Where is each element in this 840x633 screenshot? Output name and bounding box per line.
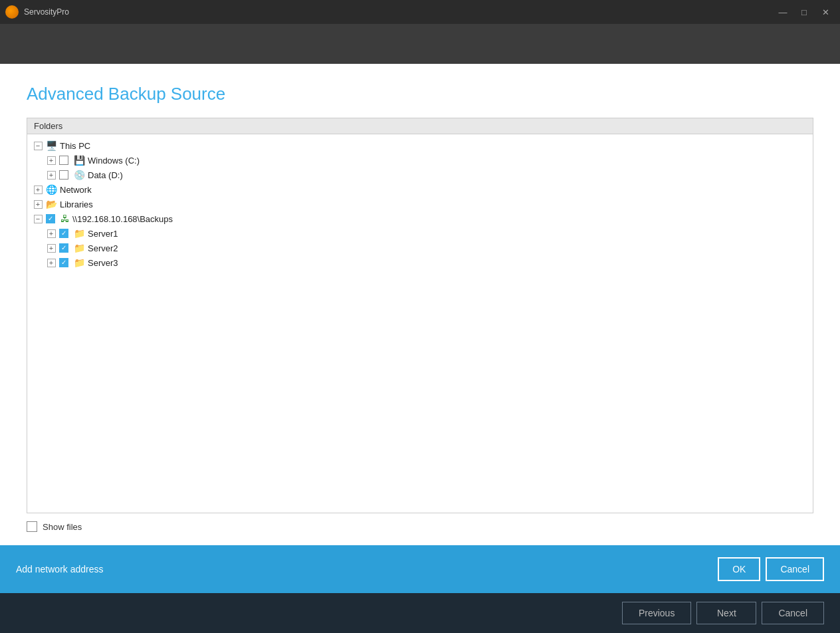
tree-item-server2[interactable]: 📁 Server2 bbox=[30, 241, 810, 255]
maximize-button[interactable]: □ bbox=[795, 5, 813, 19]
expander-server2[interactable] bbox=[46, 243, 56, 253]
label-data-d: Data (D:) bbox=[88, 170, 123, 180]
checkbox-server2[interactable] bbox=[59, 243, 68, 253]
expander-server3[interactable] bbox=[46, 257, 56, 268]
label-backups-share: \\192.168.10.168\Backups bbox=[72, 214, 173, 224]
tree-item-data-d[interactable]: 💿 Data (D:) bbox=[30, 168, 810, 182]
app-title: ServosityPro bbox=[24, 7, 69, 17]
expander-server1[interactable] bbox=[46, 228, 56, 239]
header-bar bbox=[0, 24, 840, 64]
icon-folder-server2: 📁 bbox=[74, 243, 85, 253]
expander-windows-c[interactable] bbox=[46, 155, 56, 166]
expander-backups-share[interactable] bbox=[33, 213, 43, 224]
app-icon bbox=[5, 5, 19, 19]
show-files-label: Show files bbox=[43, 522, 82, 532]
previous-button[interactable]: Previous bbox=[622, 602, 691, 624]
tree-item-backups-share[interactable]: 🖧 \\192.168.10.168\Backups bbox=[30, 211, 810, 226]
title-bar-left: ServosityPro bbox=[5, 5, 69, 19]
label-this-pc: This PC bbox=[60, 141, 90, 151]
tree-item-server1[interactable]: 📁 Server1 bbox=[30, 226, 810, 241]
bottom-bar: Previous Next Cancel bbox=[0, 593, 840, 633]
tree-item-server3[interactable]: 📁 Server3 bbox=[30, 255, 810, 270]
tree-item-this-pc[interactable]: 🖥️ This PC bbox=[30, 138, 810, 153]
checkbox-server3[interactable] bbox=[59, 258, 68, 267]
folder-panel: Folders 🖥️ This PC 💾 Windows (C:) 💿 Data bbox=[27, 118, 813, 513]
expander-libraries[interactable] bbox=[33, 199, 43, 209]
title-bar-controls: — □ ✕ bbox=[774, 5, 835, 19]
checkbox-data-d[interactable] bbox=[59, 170, 68, 180]
checkbox-windows-c[interactable] bbox=[59, 156, 68, 165]
bottom-cancel-button[interactable]: Cancel bbox=[762, 602, 824, 624]
minimize-button[interactable]: — bbox=[774, 5, 792, 19]
show-files-row: Show files bbox=[27, 521, 813, 532]
label-windows-c: Windows (C:) bbox=[88, 156, 140, 166]
action-bar-buttons: OK Cancel bbox=[718, 557, 824, 581]
icon-computer: 🖥️ bbox=[46, 140, 57, 151]
label-libraries: Libraries bbox=[60, 199, 93, 209]
checkbox-server1[interactable] bbox=[59, 229, 68, 238]
tree-container: 🖥️ This PC 💾 Windows (C:) 💿 Data (D:) bbox=[27, 134, 813, 274]
label-server3: Server3 bbox=[88, 258, 118, 268]
close-button[interactable]: ✕ bbox=[816, 5, 835, 19]
next-button[interactable]: Next bbox=[696, 602, 756, 624]
label-network: Network bbox=[60, 185, 92, 195]
action-bar: Add network address OK Cancel bbox=[0, 545, 840, 593]
action-cancel-button[interactable]: Cancel bbox=[766, 557, 824, 581]
main-content: Advanced Backup Source Folders 🖥️ This P… bbox=[0, 64, 840, 545]
folder-panel-header: Folders bbox=[27, 118, 813, 134]
icon-network-share: 🖧 bbox=[60, 213, 70, 224]
expander-data-d[interactable] bbox=[46, 170, 56, 180]
show-files-checkbox[interactable] bbox=[27, 521, 37, 532]
label-server1: Server1 bbox=[88, 229, 118, 239]
icon-folder-server1: 📁 bbox=[74, 228, 85, 239]
checkbox-backups-share[interactable] bbox=[46, 214, 55, 223]
icon-drive-d: 💿 bbox=[74, 170, 85, 180]
title-bar: ServosityPro — □ ✕ bbox=[0, 0, 840, 24]
tree-item-network[interactable]: 🌐 Network bbox=[30, 182, 810, 197]
expander-network[interactable] bbox=[33, 184, 43, 195]
icon-libraries: 📂 bbox=[46, 199, 57, 209]
expander-this-pc[interactable] bbox=[33, 140, 43, 151]
icon-drive-c: 💾 bbox=[74, 155, 85, 166]
icon-network: 🌐 bbox=[46, 184, 57, 195]
label-server2: Server2 bbox=[88, 243, 118, 253]
ok-button[interactable]: OK bbox=[718, 557, 760, 581]
tree-item-windows-c[interactable]: 💾 Windows (C:) bbox=[30, 153, 810, 168]
tree-item-libraries[interactable]: 📂 Libraries bbox=[30, 197, 810, 211]
page-title: Advanced Backup Source bbox=[27, 84, 813, 104]
add-network-address-link[interactable]: Add network address bbox=[16, 564, 104, 574]
icon-folder-server3: 📁 bbox=[74, 257, 85, 268]
